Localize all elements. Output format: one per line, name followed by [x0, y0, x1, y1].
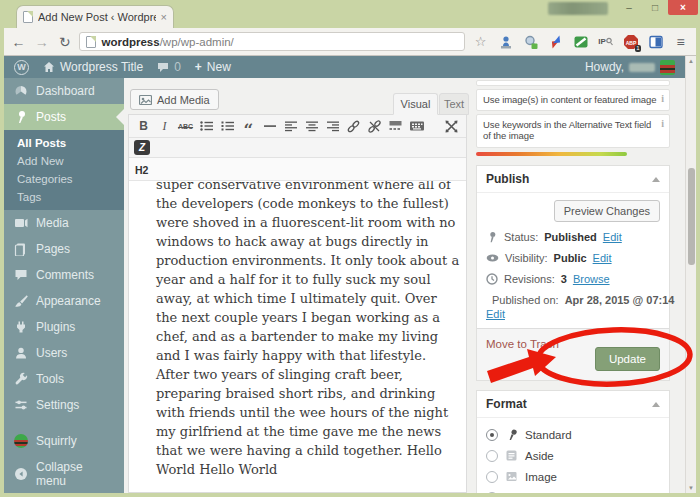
adminbar-new-button[interactable]: + New [195, 60, 231, 74]
italic-button[interactable]: I [155, 117, 174, 135]
adminbar-account[interactable]: Howdy, [585, 60, 675, 75]
sidebar-item-collapse-menu[interactable]: Collapse menu [4, 454, 124, 493]
format-option-aside[interactable]: Aside [486, 449, 660, 462]
scroll-up-icon[interactable]: ▲ [686, 58, 696, 64]
strikethrough-button[interactable]: ABC [176, 117, 195, 135]
numbered-list-button[interactable] [218, 117, 237, 135]
tab-title: Add New Post ‹ Wordpres [38, 11, 156, 23]
chrome-menu-icon[interactable]: ≡ [671, 32, 690, 51]
sliders-icon [14, 398, 28, 412]
align-right-button[interactable] [323, 117, 342, 135]
arrows-extension-icon[interactable] [546, 32, 565, 51]
more-tag-button[interactable] [386, 117, 405, 135]
horizontal-rule-button[interactable] [260, 117, 279, 135]
heading2-button[interactable]: H2 [135, 164, 148, 176]
edit-status-link[interactable]: Edit [603, 231, 622, 243]
sidebar-item-plugins[interactable]: Plugins [4, 314, 124, 340]
seo-card-images[interactable]: Use image(s) in content or featured imag… [476, 89, 670, 111]
format-option-video[interactable]: Video [486, 491, 660, 493]
submenu-tags[interactable]: Tags [4, 188, 124, 206]
blue-extension-icon[interactable] [646, 32, 665, 51]
radio[interactable] [486, 450, 498, 462]
new-label: New [207, 60, 231, 74]
format-header[interactable]: Format [477, 391, 669, 418]
adminbar-comments[interactable]: 0 [157, 60, 181, 74]
editor-content-area[interactable]: super conservative environment where all… [129, 181, 466, 493]
wordpress-logo-icon[interactable]: W [14, 60, 29, 75]
add-media-button[interactable]: Add Media [130, 89, 219, 110]
scrollbar-thumb[interactable] [688, 168, 695, 265]
post-paragraph-1: super conservative environment where all… [156, 181, 460, 479]
sidebar-item-dashboard[interactable]: Dashboard [4, 78, 124, 104]
sidebar-item-pages[interactable]: Pages [4, 236, 124, 262]
sidebar-item-comments[interactable]: Comments [4, 262, 124, 288]
tab-visual[interactable]: Visual [393, 93, 438, 115]
distraction-free-button[interactable] [442, 117, 461, 135]
submenu-add-new[interactable]: Add New [4, 152, 124, 170]
address-bar[interactable]: wordpress/wp/wp-admin/ [79, 32, 465, 51]
pushpin-icon [486, 231, 498, 243]
ip-lookup-extension-icon[interactable]: IP [596, 32, 615, 51]
right-column: Use image(s) in content or featured imag… [476, 80, 670, 493]
profile-badge[interactable] [548, 2, 608, 15]
scroll-down-icon[interactable]: ▼ [686, 485, 696, 491]
admin-sidebar: Dashboard Posts All Posts Add New Catego… [4, 78, 124, 493]
radio[interactable] [486, 471, 498, 483]
submenu-all-posts[interactable]: All Posts [4, 134, 124, 152]
bookmark-star-icon[interactable]: ☆ [471, 32, 490, 51]
green-extension-icon[interactable] [571, 32, 590, 51]
site-title: Wordpress Title [60, 60, 143, 74]
browser-tab[interactable]: Add New Post ‹ Wordpres × [16, 5, 174, 28]
sidebar-item-users[interactable]: Users [4, 340, 124, 366]
forward-icon[interactable]: → [33, 34, 50, 50]
sidebar-item-appearance[interactable]: Appearance [4, 288, 124, 314]
align-left-button[interactable] [281, 117, 300, 135]
format-option-standard[interactable]: Standard [486, 428, 660, 441]
toolbar-toggle-button[interactable] [407, 117, 426, 135]
submenu-categories[interactable]: Categories [4, 170, 124, 188]
url-path: /wp/wp-admin/ [160, 36, 234, 48]
chevron-up-icon [652, 173, 660, 182]
adblock-extension-icon[interactable]: ABP 1 [621, 32, 640, 51]
radio-selected[interactable] [486, 429, 498, 441]
seo-card-keywords[interactable]: Use keywords in the Alternative Text fie… [476, 114, 670, 148]
sidebar-item-media[interactable]: Media [4, 210, 124, 236]
sidebar-item-squirrly[interactable]: Squirrly [4, 428, 124, 454]
editor-toolbar-row2: Z [129, 138, 466, 158]
browser-titlebar: Add New Post ‹ Wordpres × – □ × [0, 0, 700, 28]
sidebar-item-posts[interactable]: Posts [4, 104, 124, 130]
sidebar-item-tools[interactable]: Tools [4, 366, 124, 392]
move-to-trash-link[interactable]: Move to Trash [486, 338, 559, 350]
magnifier-extension-icon[interactable] [521, 32, 540, 51]
image-icon [505, 470, 518, 483]
tab-text[interactable]: Text [439, 93, 469, 115]
tab-close-icon[interactable]: × [161, 11, 167, 23]
edit-published-link[interactable]: Edit [486, 308, 505, 320]
adblock-badge: 1 [635, 45, 641, 52]
sidebar-item-settings[interactable]: Settings [4, 392, 124, 418]
blockquote-button[interactable]: “ [239, 117, 258, 135]
format-option-image[interactable]: Image [486, 470, 660, 483]
seo-card-partial [476, 80, 670, 86]
minimize-button[interactable]: – [616, 0, 642, 15]
brush-icon [14, 294, 28, 308]
scrollbar[interactable]: ▲ ▼ [685, 56, 696, 493]
browse-revisions-link[interactable]: Browse [573, 273, 610, 285]
adminbar-site-link[interactable]: Wordpress Title [43, 60, 143, 74]
maximize-button[interactable]: □ [642, 0, 668, 15]
reload-icon[interactable]: ↻ [56, 34, 73, 50]
bullet-list-button[interactable] [197, 117, 216, 135]
zemanta-button[interactable]: Z [134, 140, 150, 155]
preview-changes-button[interactable]: Preview Changes [554, 200, 660, 222]
unlink-button[interactable] [365, 117, 384, 135]
edit-visibility-link[interactable]: Edit [593, 252, 612, 264]
radio[interactable] [486, 492, 498, 494]
screenshot-extension-icon[interactable] [496, 32, 515, 51]
align-center-button[interactable] [302, 117, 321, 135]
publish-header[interactable]: Publish [477, 166, 669, 193]
update-button[interactable]: Update [595, 347, 660, 371]
back-icon[interactable]: ← [10, 34, 27, 50]
bold-button[interactable]: B [134, 117, 153, 135]
link-button[interactable] [344, 117, 363, 135]
close-button[interactable]: × [668, 0, 698, 15]
